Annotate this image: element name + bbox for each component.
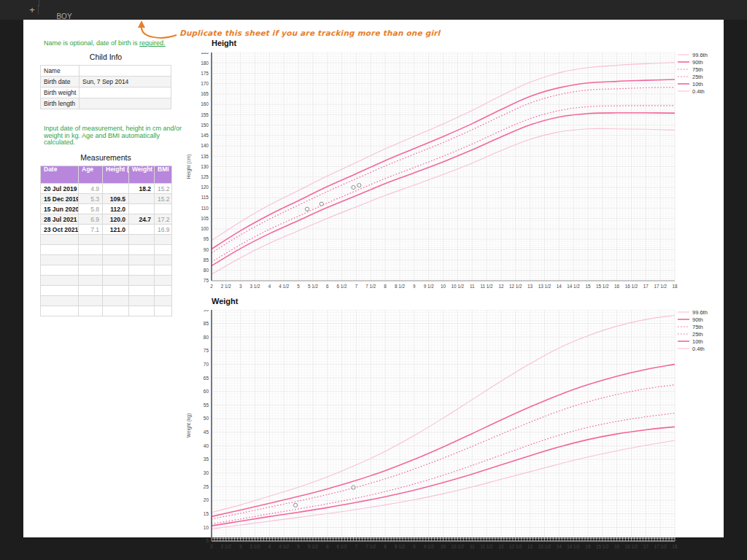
height-chart[interactable]: 7580859095100105110115120125130135140145…: [193, 52, 682, 295]
measurements-cell[interactable]: [129, 306, 155, 316]
data-point[interactable]: [320, 202, 323, 206]
measurements-cell[interactable]: [155, 204, 172, 214]
data-point[interactable]: [357, 184, 361, 187]
measurements-cell[interactable]: [103, 296, 129, 306]
measurements-cell[interactable]: [103, 235, 129, 245]
measurements-cell[interactable]: [41, 245, 79, 255]
measurements-cell[interactable]: [41, 276, 79, 286]
svg-text:5: 5: [206, 538, 209, 543]
measurements-cell[interactable]: 28 Jul 2021: [41, 214, 79, 225]
svg-text:165: 165: [201, 91, 209, 96]
measurements-cell[interactable]: 120.0: [103, 214, 129, 225]
child-info-label-cell[interactable]: Birth weight: [41, 88, 80, 98]
measurements-cell[interactable]: [129, 276, 155, 286]
data-point[interactable]: [352, 486, 355, 489]
measurements-cell[interactable]: 109.5: [103, 194, 129, 204]
measurements-cell[interactable]: [129, 235, 155, 245]
measurements-cell[interactable]: [103, 245, 129, 255]
weight-chart[interactable]: 5101520253035404550556065707580859022 1/…: [193, 310, 682, 556]
measurements-cell[interactable]: 23 Oct 2021: [41, 225, 79, 235]
measurements-cell[interactable]: [155, 286, 172, 296]
measurements-cell[interactable]: 20 Jul 2019: [41, 184, 79, 194]
add-sheet-button[interactable]: +: [26, 4, 38, 15]
measurements-cell[interactable]: [129, 194, 155, 204]
svg-text:5 1/2: 5 1/2: [308, 284, 319, 289]
measurements-cell[interactable]: [103, 255, 129, 265]
svg-text:55: 55: [204, 402, 209, 408]
measurements-cell[interactable]: [41, 306, 79, 316]
svg-text:16: 16: [614, 284, 620, 289]
measurements-cell[interactable]: [79, 286, 103, 296]
legend-swatch: [678, 82, 689, 86]
measurements-cell[interactable]: 6.9: [79, 214, 103, 225]
measurements-cell[interactable]: [129, 296, 155, 306]
measurements-cell[interactable]: [79, 255, 103, 265]
measurements-cell[interactable]: [103, 306, 129, 316]
measurements-cell[interactable]: [155, 296, 172, 306]
measurements-cell[interactable]: 17.2: [155, 214, 172, 225]
legend-swatch: [678, 346, 689, 351]
data-point[interactable]: [352, 185, 355, 189]
svg-text:14: 14: [557, 284, 562, 289]
legend-swatch: [678, 52, 689, 57]
measurements-cell[interactable]: [41, 255, 79, 265]
measurements-cell[interactable]: [41, 296, 79, 306]
child-info-value-cell[interactable]: [80, 88, 171, 98]
measurements-cell[interactable]: [155, 265, 172, 276]
measurements-cell[interactable]: [155, 235, 172, 245]
measurements-cell[interactable]: [155, 276, 172, 286]
child-info-value-cell[interactable]: [80, 98, 171, 109]
measurements-cell[interactable]: 16.9: [155, 225, 172, 235]
child-info-title: Child Info: [40, 52, 171, 61]
measurements-cell[interactable]: [103, 184, 129, 194]
child-info-label-cell[interactable]: Birth date: [41, 77, 80, 88]
measurements-cell[interactable]: 4.9: [79, 184, 103, 194]
measurements-cell[interactable]: 7.1: [79, 225, 103, 235]
svg-text:16 1/2: 16 1/2: [625, 544, 638, 549]
measurements-cell[interactable]: [129, 255, 155, 265]
measurements-cell[interactable]: [103, 265, 129, 276]
measurements-cell[interactable]: 112.0: [103, 204, 129, 214]
svg-text:50: 50: [204, 416, 209, 421]
measurements-cell[interactable]: [155, 306, 172, 316]
measurements-cell[interactable]: 24.7: [129, 214, 155, 225]
measurements-cell[interactable]: [41, 235, 79, 245]
child-info-label-cell[interactable]: Name: [41, 66, 80, 77]
measurements-cell[interactable]: [129, 265, 155, 276]
measurements-cell[interactable]: [129, 204, 155, 214]
measurements-cell[interactable]: [129, 245, 155, 255]
measurements-cell[interactable]: 5.3: [79, 194, 103, 204]
measurements-cell[interactable]: [129, 286, 155, 296]
weight-chart-title: Weight: [212, 297, 238, 306]
data-point[interactable]: [294, 503, 298, 507]
measurements-cell[interactable]: 15.2: [155, 184, 172, 194]
measurements-cell[interactable]: 15 Dec 2019: [41, 194, 79, 204]
measurements-cell[interactable]: [79, 245, 103, 255]
measurements-cell[interactable]: [103, 286, 129, 296]
child-info-label-cell[interactable]: Birth length: [41, 98, 80, 109]
measurements-cell[interactable]: [41, 286, 79, 296]
measurements-cell[interactable]: [79, 296, 103, 306]
measurements-cell[interactable]: 18.2: [129, 184, 155, 194]
measurements-cell[interactable]: [103, 276, 129, 286]
weight-chart-plot[interactable]: 5101520253035404550556065707580859022 1/…: [193, 310, 682, 553]
measurements-cell[interactable]: 121.0: [103, 225, 129, 235]
measurements-cell[interactable]: 15 Jun 2020: [41, 204, 79, 214]
measurements-cell[interactable]: [41, 265, 79, 276]
measurements-cell[interactable]: [79, 306, 103, 316]
measurements-row: [41, 255, 172, 265]
measurements-cell[interactable]: [155, 245, 172, 255]
data-point[interactable]: [305, 207, 309, 211]
child-info-value-cell[interactable]: Sun, 7 Sep 2014: [80, 77, 171, 88]
measurements-cell[interactable]: [155, 255, 172, 265]
measurements-cell[interactable]: 15.2: [155, 194, 172, 204]
height-chart-plot[interactable]: 7580859095100105110115120125130135140145…: [193, 52, 682, 292]
child-info-value-cell[interactable]: [80, 66, 171, 77]
measurements-cell[interactable]: 5.8: [79, 204, 103, 214]
measurements-cell[interactable]: [79, 235, 103, 245]
measurements-cell[interactable]: [79, 276, 103, 286]
measurements-cell[interactable]: [79, 265, 103, 276]
measurements-cell[interactable]: [129, 225, 155, 235]
svg-text:3: 3: [239, 284, 242, 289]
svg-text:15: 15: [585, 284, 591, 289]
